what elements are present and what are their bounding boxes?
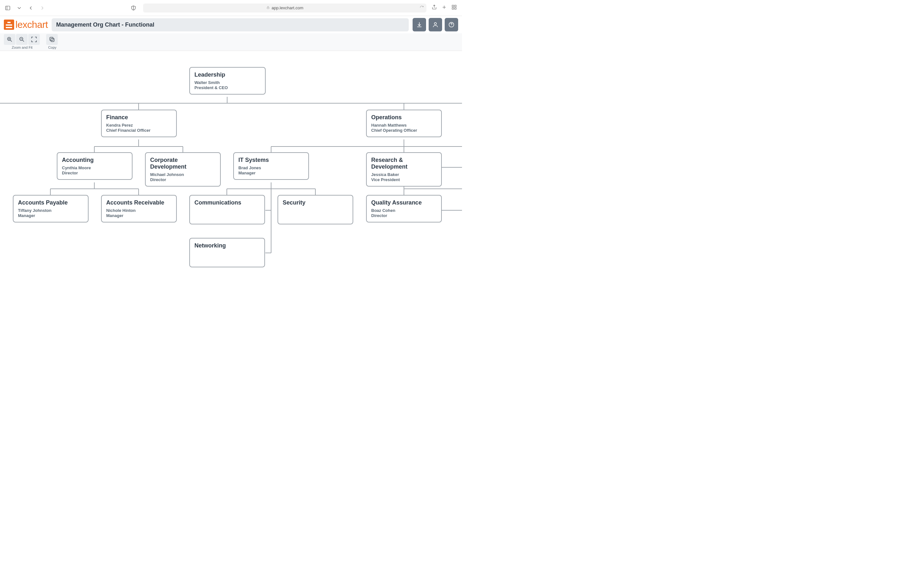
logo-icon	[4, 19, 14, 30]
zoom-in-button[interactable]	[4, 34, 15, 45]
node-person: Walter Smith	[194, 80, 260, 85]
zoom-fit-group: Zoom and Fit	[4, 34, 40, 49]
node-role: Chief Operating Officer	[371, 128, 437, 133]
node-title: Accounts Payable	[18, 199, 83, 206]
chevron-down-icon[interactable]	[15, 3, 24, 13]
sidebar-toggle-icon[interactable]	[3, 3, 12, 13]
node-accounts-receivable[interactable]: Accounts Receivable Nichole Hinton Manag…	[101, 195, 177, 222]
node-person: Michael Johnson	[150, 172, 216, 177]
node-corporate-development[interactable]: Corporate Development Michael Johnson Di…	[145, 152, 221, 187]
svg-point-14	[451, 26, 452, 26]
svg-line-16	[11, 40, 12, 42]
node-person: Kendra Perez	[106, 123, 172, 127]
svg-line-20	[23, 40, 24, 42]
app-toolbar: Zoom and Fit Copy	[0, 33, 462, 51]
address-bar[interactable]: app.lexchart.com	[143, 3, 426, 13]
nav-forward-button	[38, 3, 47, 13]
node-person: Jessica Baker	[371, 172, 437, 177]
node-quality-assurance[interactable]: Quality Assurance Boaz Cohen Director	[366, 195, 442, 222]
account-button[interactable]	[429, 18, 442, 31]
download-button[interactable]	[413, 18, 426, 31]
node-operations[interactable]: Operations Hannah Matthews Chief Operati…	[366, 110, 442, 137]
node-security[interactable]: Security	[278, 195, 353, 224]
node-title: Operations	[371, 114, 437, 121]
node-it-systems[interactable]: IT Systems Brad Jones Manager	[233, 152, 309, 180]
node-role: Vice President	[371, 177, 437, 182]
node-communications[interactable]: Communications	[189, 195, 265, 224]
document-title[interactable]: Management Org Chart - Functional	[52, 18, 409, 31]
node-role: Manager	[106, 213, 172, 218]
svg-point-12	[435, 23, 437, 25]
node-role: Director	[62, 171, 128, 175]
node-title: Accounts Receivable	[106, 199, 172, 206]
brand-name: lexchart	[15, 19, 48, 30]
svg-rect-9	[452, 8, 454, 9]
node-accounting[interactable]: Accounting Cynthia Moore Director	[57, 152, 132, 180]
node-title: Accounting	[62, 157, 128, 163]
shield-icon[interactable]	[129, 3, 138, 13]
copy-button[interactable]	[46, 34, 58, 45]
share-icon[interactable]	[431, 5, 437, 11]
node-title: Corporate Development	[150, 157, 216, 170]
node-title: Leadership	[194, 71, 260, 78]
node-person: Cynthia Moore	[62, 165, 128, 170]
copy-group: Copy	[46, 34, 58, 49]
tab-overview-icon[interactable]	[451, 5, 457, 11]
chart-canvas[interactable]: Leadership Walter Smith President & CEO …	[0, 51, 462, 285]
node-title: Communications	[194, 199, 260, 206]
node-role: Manager	[238, 171, 304, 175]
node-accounts-payable[interactable]: Accounts Payable Tiffany Johnston Manage…	[13, 195, 89, 222]
node-person: Boaz Cohen	[371, 208, 437, 213]
node-role: President & CEO	[194, 85, 260, 90]
svg-rect-7	[452, 5, 454, 7]
reload-icon[interactable]	[420, 5, 424, 11]
help-button[interactable]	[445, 18, 458, 31]
node-networking[interactable]: Networking	[189, 238, 265, 268]
node-person: Nichole Hinton	[106, 208, 172, 213]
svg-rect-3	[267, 7, 269, 9]
zoom-out-button[interactable]	[16, 34, 27, 45]
node-research-development[interactable]: Research & Development Jessica Baker Vic…	[366, 152, 442, 187]
new-tab-icon[interactable]	[441, 5, 447, 11]
svg-rect-0	[5, 6, 10, 10]
nav-back-button[interactable]	[26, 3, 35, 13]
node-title: Security	[283, 199, 348, 206]
fit-button[interactable]	[28, 34, 40, 45]
svg-rect-10	[455, 8, 456, 9]
browser-toolbar: app.lexchart.com	[0, 0, 462, 16]
node-role: Director	[150, 177, 216, 182]
node-role: Chief Financial Officer	[106, 128, 172, 133]
brand-logo[interactable]: lexchart	[4, 19, 48, 30]
address-url: app.lexchart.com	[272, 5, 304, 10]
copy-label: Copy	[48, 45, 57, 49]
svg-rect-22	[51, 39, 54, 42]
node-title: IT Systems	[238, 157, 304, 163]
node-finance[interactable]: Finance Kendra Perez Chief Financial Off…	[101, 110, 177, 137]
node-title: Research & Development	[371, 157, 437, 170]
node-leadership[interactable]: Leadership Walter Smith President & CEO	[189, 67, 266, 95]
app-header: lexchart Management Org Chart - Function…	[0, 16, 462, 33]
node-person: Brad Jones	[238, 165, 304, 170]
node-role: Director	[371, 213, 437, 218]
svg-rect-8	[455, 5, 456, 7]
node-title: Networking	[194, 242, 260, 249]
node-role: Manager	[18, 213, 83, 218]
zoom-fit-label: Zoom and Fit	[12, 45, 33, 49]
node-person: Tiffany Johnston	[18, 208, 83, 213]
node-title: Finance	[106, 114, 172, 121]
node-person: Hannah Matthews	[371, 123, 437, 127]
node-title: Quality Assurance	[371, 199, 437, 206]
document-title-text: Management Org Chart - Functional	[56, 21, 154, 28]
svg-rect-23	[50, 37, 53, 40]
lock-icon	[266, 5, 270, 10]
